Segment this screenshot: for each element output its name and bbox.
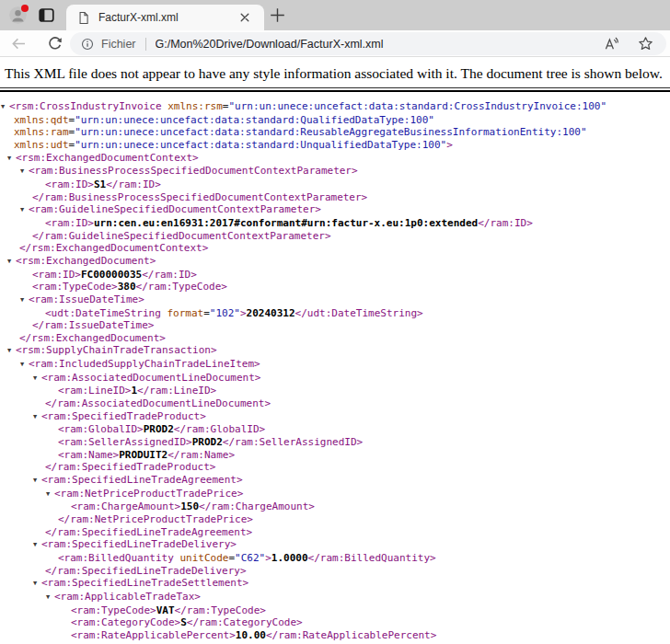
refresh-icon[interactable] bbox=[48, 36, 63, 51]
expand-arrow-icon[interactable]: ▼ bbox=[7, 256, 16, 269]
xml-line: </ram:AssociatedDocumentLineDocument> bbox=[0, 397, 670, 410]
xml-line: </rsm:ExchangedDocumentContext> bbox=[0, 242, 670, 255]
url-text[interactable]: G:/Mon%20Drive/Download/FacturX-xml.xml bbox=[156, 38, 604, 51]
xml-token: xmlns:ram bbox=[14, 126, 69, 138]
xml-token: </ram:GlobalID> bbox=[174, 423, 265, 435]
xml-token: <ram:BusinessProcessSpecifiedDocumentCon… bbox=[29, 165, 352, 177]
xml-token: </ram:SpecifiedLineTradeDelivery> bbox=[45, 565, 247, 577]
xml-token: S1 bbox=[94, 178, 106, 190]
xml-token: PROD2 bbox=[144, 423, 174, 435]
expand-arrow-icon[interactable]: ▼ bbox=[7, 153, 16, 166]
close-icon[interactable] bbox=[238, 11, 251, 24]
xml-token: <rsm:ExchangedDocumentContext bbox=[16, 152, 192, 164]
xml-token: </ram:AssociatedDocumentLineDocument> bbox=[45, 397, 271, 409]
xml-token: <ram:SpecifiedLineTradeSettlement bbox=[41, 577, 243, 589]
xml-token: unitCode bbox=[179, 552, 228, 564]
read-aloud-icon[interactable] bbox=[604, 37, 619, 52]
xml-line: ▼<ram:BusinessProcessSpecifiedDocumentCo… bbox=[0, 165, 670, 178]
expand-arrow-icon[interactable]: ▼ bbox=[1, 101, 9, 114]
xml-token: <ram:AssociatedDocumentLineDocument bbox=[41, 372, 255, 384]
xml-token: > bbox=[87, 178, 94, 190]
xml-line: <ram:ID>urn:cen.eu:en16931:2017#conforma… bbox=[0, 217, 670, 230]
xml-line: ▼<ram:SpecifiedTradeProduct> bbox=[0, 410, 670, 424]
xml-token: <ram:CategoryCode bbox=[71, 616, 175, 628]
expand-arrow-icon[interactable]: ▼ bbox=[33, 475, 41, 488]
info-icon[interactable] bbox=[81, 38, 94, 51]
tab-facturx[interactable]: FacturX-xml.xml bbox=[66, 5, 264, 30]
expand-arrow-icon[interactable]: ▼ bbox=[33, 578, 41, 591]
xml-line: ▼<ram:SpecifiedLineTradeDelivery> bbox=[0, 538, 670, 552]
xml-token: > bbox=[186, 436, 192, 448]
expand-arrow-icon[interactable]: ▼ bbox=[20, 166, 29, 178]
xml-token: "urn:un:unece:uncefact:data:standard:Unq… bbox=[75, 139, 446, 151]
xml-token: > bbox=[352, 165, 358, 177]
xml-token: urn:cen.eu:en16931:2017#conformant#urn:f… bbox=[94, 217, 478, 229]
expand-arrow-icon[interactable]: ▼ bbox=[20, 294, 29, 307]
xml-line: </ram:IssueDateTime> bbox=[0, 319, 670, 332]
xml-token: VAT bbox=[156, 604, 175, 616]
xml-token: <ram:IssueDateTime bbox=[29, 293, 138, 305]
xml-token: <ram:SpecifiedLineTradeAgreement bbox=[41, 474, 237, 486]
address-bar[interactable]: Fichier G:/Mon%20Drive/Download/FacturX-… bbox=[70, 32, 666, 55]
xml-token: > bbox=[75, 269, 81, 281]
expand-arrow-icon[interactable]: ▼ bbox=[33, 373, 41, 385]
xml-token: </ram:CategoryCode> bbox=[187, 616, 303, 628]
xml-token: S bbox=[180, 616, 187, 628]
xml-token: 1.0000 bbox=[271, 552, 308, 564]
xml-token: <ram:GlobalID bbox=[58, 423, 137, 435]
xml-token: > bbox=[150, 255, 156, 267]
xml-token: <ram:SellerAssignedID bbox=[58, 436, 186, 448]
xml-token: "urn:un:unece:uncefact:data:standard:Reu… bbox=[75, 126, 586, 138]
xml-token: 380 bbox=[118, 281, 136, 293]
browser-window: FacturX-xml.xml Fichier G:/Mon%20Drive/ bbox=[0, 0, 670, 644]
xml-token: </rsm:ExchangedDocumentContext> bbox=[19, 242, 208, 254]
xml-token: <ram:Name bbox=[58, 449, 113, 461]
xml-token: > bbox=[230, 538, 237, 550]
expand-arrow-icon[interactable]: ▼ bbox=[20, 204, 29, 217]
xml-token: </ram:ID> bbox=[478, 217, 533, 229]
xml-token: FC00000035 bbox=[81, 269, 142, 281]
xml-token: "102" bbox=[210, 307, 240, 319]
xml-token: > bbox=[211, 344, 217, 356]
xml-token: > bbox=[237, 488, 244, 500]
xml-line: ▼<rsm:ExchangedDocumentContext> bbox=[0, 152, 670, 166]
expand-arrow-icon[interactable]: ▼ bbox=[46, 592, 54, 604]
xml-token: > bbox=[192, 152, 199, 164]
navigation-toolbar: Fichier G:/Mon%20Drive/Download/FacturX-… bbox=[0, 30, 670, 57]
xml-line: <ram:ID>S1</ram:ID> bbox=[0, 178, 670, 191]
tab-title: FacturX-xml.xml bbox=[98, 11, 238, 24]
xml-line: </ram:NetPriceProductTradePrice> bbox=[0, 513, 670, 526]
xml-token: 10.00 bbox=[236, 629, 266, 641]
xml-token: </ram:SpecifiedTradeProduct> bbox=[45, 461, 215, 473]
xml-token: </ram:IssueDateTime> bbox=[32, 319, 154, 331]
expand-arrow-icon[interactable]: ▼ bbox=[33, 539, 41, 552]
xml-token: <ram:LineID bbox=[58, 385, 125, 397]
xml-token: <ram:GuidelineSpecifiedDocumentContextPa… bbox=[29, 203, 315, 215]
xml-token: <ram:ID bbox=[32, 269, 75, 281]
expand-arrow-icon[interactable]: ▼ bbox=[7, 345, 16, 358]
xml-line: ▼<rsm:CrossIndustryInvoice xmlns:rsm="ur… bbox=[0, 100, 670, 152]
page-content: This XML file does not appear to have an… bbox=[0, 57, 670, 644]
workspaces-icon[interactable] bbox=[39, 7, 54, 23]
back-icon[interactable] bbox=[11, 36, 27, 52]
tab-strip: FacturX-xml.xml bbox=[0, 0, 670, 30]
favorites-star-icon[interactable] bbox=[638, 36, 653, 52]
expand-arrow-icon[interactable]: ▼ bbox=[33, 411, 41, 424]
xml-line: </ram:SpecifiedLineTradeDelivery> bbox=[0, 565, 670, 578]
xml-token: <ram:TypeCode bbox=[32, 281, 111, 293]
xml-line: ▼<rsm:ExchangedDocument> bbox=[0, 255, 670, 269]
xml-token: </ram:BilledQuantity> bbox=[308, 552, 436, 564]
new-tab-icon[interactable] bbox=[270, 7, 285, 23]
xml-token: <ram:RateApplicablePercent bbox=[71, 629, 229, 641]
xml-line: <ram:ChargeAmount>150</ram:ChargeAmount> bbox=[0, 500, 670, 513]
expand-arrow-icon[interactable]: ▼ bbox=[46, 489, 54, 501]
xml-token: </udt:DateTimeString> bbox=[295, 307, 423, 319]
profile-button[interactable] bbox=[9, 6, 27, 24]
expand-arrow-icon[interactable]: ▼ bbox=[20, 359, 29, 372]
xml-token: xmlns:udt bbox=[14, 139, 69, 151]
xml-token: </ram:NetPriceProductTradePrice> bbox=[58, 513, 253, 525]
xml-line: <ram:SellerAssignedID>PROD2</ram:SellerA… bbox=[0, 436, 670, 449]
xml-token: > bbox=[229, 629, 236, 641]
xml-token: > bbox=[87, 217, 94, 229]
xml-line: ▼<ram:IncludedSupplyChainTradeLineItem> bbox=[0, 358, 670, 372]
